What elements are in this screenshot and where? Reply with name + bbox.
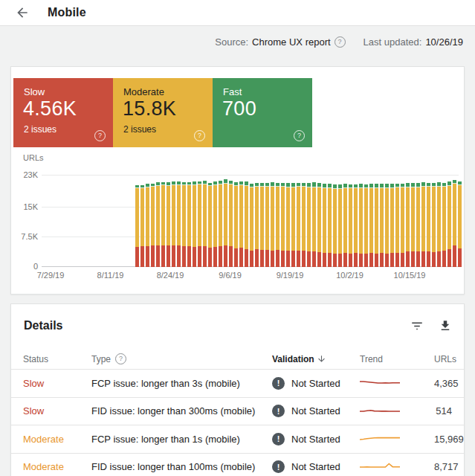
stacked-bar[interactable] — [151, 184, 155, 267]
stacked-bar[interactable] — [213, 181, 217, 267]
stacked-bar[interactable] — [224, 179, 227, 267]
stacked-bar[interactable] — [380, 184, 384, 267]
bar-segment — [406, 251, 410, 267]
stacked-bar[interactable] — [390, 184, 394, 267]
column-type[interactable]: Type ? — [91, 353, 272, 364]
help-icon[interactable]: ? — [335, 36, 346, 48]
stacked-bar[interactable] — [156, 182, 160, 267]
stacked-bar[interactable] — [281, 183, 285, 267]
table-row[interactable]: Slow FCP issue: longer than 3s (mobile) … — [11, 369, 464, 397]
stacked-bar[interactable] — [255, 183, 259, 267]
card-value: 4.56K — [23, 97, 77, 120]
stacked-bar[interactable] — [187, 182, 191, 267]
help-icon[interactable]: ? — [94, 130, 106, 141]
stacked-bar[interactable] — [193, 181, 196, 267]
bar-segment — [323, 253, 326, 267]
stacked-bar[interactable] — [219, 181, 222, 267]
stacked-bar[interactable] — [177, 181, 181, 267]
stacked-bar[interactable] — [354, 184, 358, 267]
stacked-bar[interactable] — [260, 183, 264, 267]
stacked-bar[interactable] — [401, 184, 404, 267]
stacked-bar[interactable] — [328, 184, 332, 267]
bar-segment — [156, 245, 160, 267]
table-row[interactable]: Slow FID issue: longer than 300ms (mobil… — [11, 397, 464, 425]
column-validation[interactable]: Validation — [272, 354, 360, 364]
stacked-bar[interactable] — [167, 182, 170, 267]
stacked-bar[interactable] — [343, 184, 347, 267]
stacked-bar[interactable] — [276, 183, 279, 267]
summary-card-slow[interactable]: Slow 4.56K 2 issues ? — [13, 78, 113, 147]
stacked-bar[interactable] — [437, 182, 441, 267]
stacked-bar[interactable] — [447, 181, 451, 267]
details-table: Status Type ? Validation Trend URLs Slow… — [11, 349, 464, 476]
bar-segment — [182, 246, 186, 267]
help-icon[interactable]: ? — [115, 353, 126, 364]
help-icon[interactable]: ? — [194, 130, 205, 141]
table-row[interactable]: Moderate FID issue: longer than 100ms (m… — [11, 453, 464, 476]
stacked-bar[interactable] — [338, 184, 342, 267]
stacked-bar[interactable] — [312, 182, 316, 267]
download-button[interactable] — [437, 318, 453, 334]
bar-segment — [307, 187, 311, 251]
bar-segment — [182, 185, 186, 245]
stacked-bar[interactable] — [229, 181, 233, 267]
stacked-bar[interactable] — [317, 183, 321, 267]
stacked-bar[interactable] — [349, 184, 352, 267]
stacked-bar[interactable] — [359, 184, 363, 267]
filter-button[interactable] — [409, 318, 425, 334]
stacked-bar[interactable] — [421, 182, 425, 267]
stacked-bar[interactable] — [291, 183, 295, 267]
column-trend[interactable]: Trend — [360, 354, 434, 364]
stacked-bar[interactable] — [286, 183, 290, 267]
stacked-bar[interactable] — [442, 183, 446, 267]
stacked-bar[interactable] — [406, 183, 410, 267]
stacked-bar[interactable] — [369, 184, 373, 267]
stacked-bar[interactable] — [364, 184, 368, 267]
x-tick-label: 10/15/19 — [394, 271, 426, 280]
column-status[interactable]: Status — [23, 354, 91, 364]
back-button[interactable] — [13, 4, 31, 22]
y-tick-label: 7.5K — [16, 232, 38, 241]
stacked-bar[interactable] — [333, 184, 337, 267]
stacked-bar[interactable] — [203, 181, 207, 267]
stacked-bar[interactable] — [323, 184, 326, 267]
summary-card-moderate[interactable]: Moderate 15.8K 2 issues ? — [113, 78, 213, 147]
stacked-bar[interactable] — [411, 183, 415, 267]
stacked-bar[interactable] — [234, 182, 238, 267]
stacked-bar[interactable] — [182, 182, 186, 267]
bar-segment — [255, 249, 259, 267]
stacked-bar[interactable] — [140, 185, 144, 267]
table-header-row: Status Type ? Validation Trend URLs — [11, 349, 464, 369]
stacked-bar[interactable] — [198, 181, 201, 267]
stacked-bar[interactable] — [271, 182, 274, 267]
stacked-bar[interactable] — [385, 184, 389, 267]
card-value: 15.8K — [123, 97, 176, 120]
stacked-bar[interactable] — [172, 181, 175, 267]
stacked-bar[interactable] — [297, 183, 300, 267]
column-urls[interactable]: URLs — [434, 354, 456, 364]
stacked-bar[interactable] — [208, 183, 212, 267]
stacked-bar[interactable] — [245, 181, 248, 267]
stacked-bar[interactable] — [395, 184, 399, 267]
stacked-bar[interactable] — [239, 181, 243, 267]
bar-segment — [458, 185, 462, 249]
stacked-bar[interactable] — [453, 180, 456, 267]
stacked-bar[interactable] — [307, 183, 311, 267]
stacked-bar[interactable] — [458, 181, 462, 267]
stacked-bar[interactable] — [302, 183, 306, 267]
summary-cards: Slow 4.56K 2 issues ? Moderate 15.8K 2 i… — [13, 78, 312, 147]
stacked-bar[interactable] — [161, 182, 165, 267]
stacked-bar[interactable] — [416, 183, 420, 267]
stacked-bar[interactable] — [375, 184, 378, 267]
bar-segment — [395, 253, 399, 267]
stacked-bar[interactable] — [432, 183, 436, 267]
stacked-bar[interactable] — [250, 184, 253, 267]
bar-segment — [213, 185, 217, 247]
stacked-bar[interactable] — [265, 183, 269, 267]
stacked-bar[interactable] — [135, 185, 139, 267]
stacked-bar[interactable] — [146, 184, 149, 267]
summary-card-fast[interactable]: Fast 700 ? — [213, 78, 312, 147]
help-icon[interactable]: ? — [294, 130, 305, 141]
stacked-bar[interactable] — [427, 183, 430, 267]
table-row[interactable]: Moderate FCP issue: longer than 1s (mobi… — [11, 425, 464, 453]
